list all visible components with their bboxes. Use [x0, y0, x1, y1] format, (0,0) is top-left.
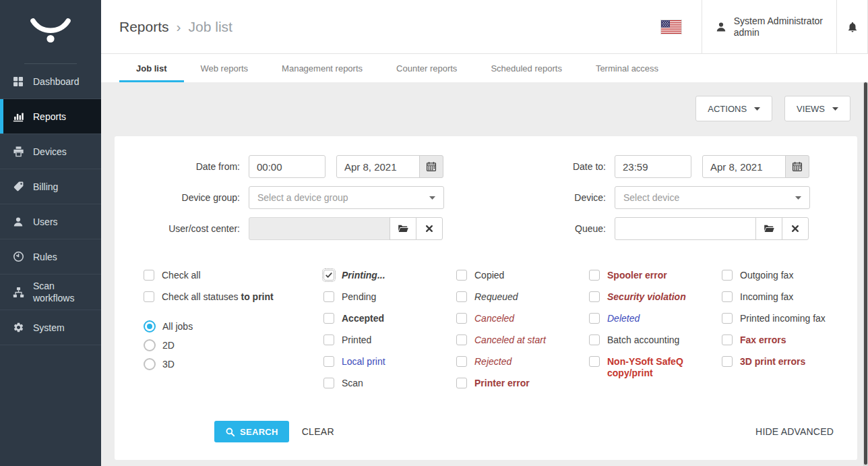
job-type-option[interactable]: 2D [144, 339, 323, 351]
check-all-statuses-option[interactable]: Check all statuses to print [144, 291, 323, 303]
checkbox[interactable] [323, 356, 334, 367]
calendar-icon [792, 161, 803, 172]
checkbox[interactable] [589, 356, 600, 367]
checkbox[interactable] [456, 291, 467, 302]
notifications-button[interactable] [836, 0, 868, 53]
tab-counter-reports[interactable]: Counter reports [379, 54, 474, 82]
checkbox[interactable] [456, 378, 467, 388]
sidebar-item-reports[interactable]: Reports [0, 99, 101, 134]
actions-dropdown-button[interactable]: ACTIONS [695, 96, 772, 121]
time-to-input[interactable] [615, 155, 691, 178]
status-option[interactable]: 3D print errors [722, 356, 826, 368]
folder-open-icon [398, 223, 408, 234]
device-select[interactable]: Select device [615, 186, 810, 209]
sidebar-item-billing[interactable]: Billing [0, 169, 101, 204]
radio[interactable] [144, 358, 156, 370]
status-option[interactable]: Deleted [589, 313, 722, 324]
breadcrumb-section[interactable]: Reports [119, 19, 169, 35]
hide-advanced-link[interactable]: HIDE ADVANCED [755, 426, 834, 437]
search-button[interactable]: SEARCH [214, 421, 289, 442]
queue-browse-button[interactable] [755, 217, 782, 240]
status-label: Canceled at start [474, 334, 546, 346]
tab-scheduled-reports[interactable]: Scheduled reports [474, 54, 579, 82]
checkbox[interactable] [722, 270, 733, 281]
tab-job-list[interactable]: Job list [119, 54, 184, 82]
checkbox[interactable] [589, 313, 600, 324]
device-filter-row: Device group: Select a device group Devi… [115, 186, 857, 209]
scrollbar[interactable] [863, 82, 868, 466]
checkbox[interactable] [456, 313, 467, 324]
status-option[interactable]: Scan [323, 378, 456, 389]
tab-terminal-access[interactable]: Terminal access [579, 54, 675, 82]
status-option[interactable]: Non-YSoft SafeQ copy/print [589, 356, 722, 379]
tab-management-reports[interactable]: Management reports [265, 54, 379, 82]
checkbox[interactable] [144, 270, 154, 281]
job-type-option[interactable]: All jobs [144, 320, 323, 332]
status-option[interactable]: Printed [323, 334, 456, 346]
status-option[interactable]: Incoming fax [722, 291, 826, 303]
time-from-input[interactable] [249, 155, 326, 178]
checkbox[interactable] [722, 334, 733, 345]
date-to-calendar-button[interactable] [785, 155, 809, 178]
checkbox[interactable] [456, 334, 467, 345]
date-to-input[interactable] [702, 155, 786, 178]
job-type-option[interactable]: 3D [144, 358, 323, 370]
status-option[interactable]: Printing... [323, 270, 456, 281]
status-option[interactable]: Printer error [456, 378, 589, 389]
status-option[interactable]: Printed incoming fax [722, 313, 826, 324]
checkbox[interactable] [323, 334, 334, 345]
status-option[interactable]: Copied [456, 270, 589, 281]
checkbox[interactable] [323, 291, 334, 302]
queue-input[interactable] [615, 217, 756, 240]
checkbox[interactable] [589, 334, 600, 345]
tab-web-reports[interactable]: Web reports [184, 54, 266, 82]
views-dropdown-button[interactable]: VIEWS [784, 96, 850, 121]
sidebar-item-devices[interactable]: Devices [0, 134, 101, 169]
user-menu[interactable]: System Administrator admin [702, 0, 836, 53]
status-option[interactable]: Requeued [456, 291, 589, 303]
status-option[interactable]: Local print [323, 356, 456, 368]
language-selector[interactable] [641, 0, 702, 53]
status-option[interactable]: Accepted [323, 313, 456, 324]
sidebar-item-users[interactable]: Users [0, 204, 101, 239]
check-all-option[interactable]: Check all [144, 270, 323, 281]
checkbox[interactable] [323, 313, 334, 324]
status-option[interactable]: Canceled [456, 313, 589, 324]
user-cost-center-clear-button[interactable] [416, 217, 443, 240]
status-option[interactable]: Canceled at start [456, 334, 589, 346]
checkbox-checked[interactable] [323, 270, 334, 281]
checkbox[interactable] [456, 356, 467, 367]
user-cost-center-browse-button[interactable] [390, 217, 416, 240]
checkbox[interactable] [456, 270, 467, 281]
scrollbar-thumb[interactable] [864, 82, 867, 465]
radio[interactable] [144, 339, 156, 351]
sidebar-item-system[interactable]: System [0, 310, 101, 345]
status-option[interactable]: Rejected [456, 356, 589, 368]
checkbox[interactable] [589, 291, 600, 302]
date-from-input[interactable] [336, 155, 420, 178]
checkbox[interactable] [323, 378, 334, 388]
status-option[interactable]: Pending [323, 291, 456, 303]
checkbox[interactable] [589, 270, 600, 281]
date-from-group [336, 155, 443, 178]
status-option[interactable]: Security violation [589, 291, 722, 303]
user-cost-center-input[interactable] [249, 217, 390, 240]
date-from-calendar-button[interactable] [419, 155, 443, 178]
clear-button[interactable]: CLEAR [302, 426, 334, 437]
status-option[interactable]: Fax errors [722, 334, 826, 346]
status-option[interactable]: Spooler error [589, 270, 722, 281]
status-option[interactable]: Batch accounting [589, 334, 722, 346]
queue-clear-button[interactable] [782, 217, 809, 240]
checkbox[interactable] [144, 291, 154, 302]
calendar-icon [426, 161, 437, 172]
status-option[interactable]: Outgoing fax [722, 270, 826, 281]
sidebar-item-scan-workflows[interactable]: Scan workflows [0, 274, 101, 310]
ysoft-logo[interactable] [0, 0, 101, 63]
checkbox[interactable] [722, 356, 733, 367]
checkbox[interactable] [722, 291, 733, 302]
sidebar-item-dashboard[interactable]: Dashboard [0, 64, 101, 99]
sidebar-item-rules[interactable]: Rules [0, 239, 101, 274]
radio-selected[interactable] [144, 320, 156, 332]
device-group-select[interactable]: Select a device group [249, 186, 444, 209]
checkbox[interactable] [722, 313, 733, 324]
